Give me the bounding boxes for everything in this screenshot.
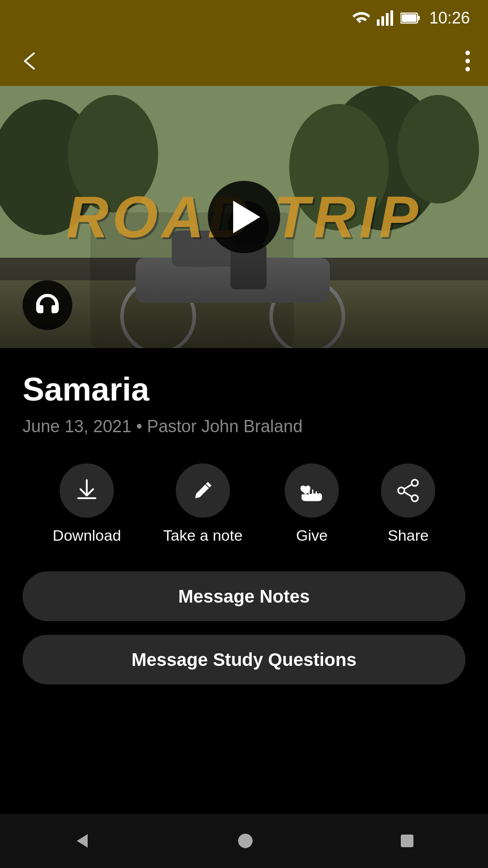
- svg-point-23: [412, 495, 418, 501]
- take-note-label: Take a note: [163, 527, 243, 544]
- give-icon: [298, 478, 325, 503]
- play-icon: [233, 201, 260, 233]
- svg-point-28: [238, 834, 253, 848]
- svg-line-26: [404, 492, 412, 497]
- download-action[interactable]: Download: [53, 463, 121, 544]
- svg-marker-27: [77, 834, 88, 848]
- give-action[interactable]: Give: [285, 463, 339, 544]
- svg-rect-1: [381, 16, 384, 26]
- note-icon: [191, 478, 215, 503]
- action-buttons-row: Download Take a note: [23, 463, 465, 544]
- download-label: Download: [53, 527, 121, 544]
- status-time: 10:26: [429, 9, 470, 28]
- message-study-questions-button[interactable]: Message Study Questions: [23, 635, 465, 684]
- status-icons: [350, 10, 420, 26]
- give-circle: [285, 463, 339, 518]
- nav-recents-button[interactable]: [399, 833, 415, 849]
- download-circle: [60, 463, 114, 518]
- more-options-button[interactable]: [465, 51, 470, 71]
- headphone-icon: [34, 292, 61, 319]
- signal-icon: [377, 10, 393, 26]
- status-bar: 10:26: [0, 0, 488, 36]
- audio-button[interactable]: [23, 280, 72, 330]
- bottom-nav: [0, 814, 488, 868]
- top-bar: [0, 36, 488, 86]
- take-note-circle: [176, 463, 230, 518]
- share-label: Share: [388, 527, 429, 544]
- wifi-icon: [350, 10, 370, 26]
- back-button[interactable]: [18, 50, 41, 72]
- svg-rect-29: [401, 835, 413, 847]
- nav-home-button[interactable]: [237, 833, 253, 849]
- message-notes-label: Message Notes: [178, 586, 310, 607]
- svg-rect-2: [386, 13, 389, 26]
- download-icon: [75, 478, 99, 503]
- give-label: Give: [296, 527, 328, 544]
- sermon-title: Samaria: [23, 371, 465, 408]
- sermon-meta: June 13, 2021 • Pastor John Braland: [23, 417, 465, 436]
- share-circle: [381, 463, 435, 518]
- nav-back-button[interactable]: [73, 832, 91, 850]
- message-study-questions-label: Message Study Questions: [131, 650, 357, 670]
- svg-rect-5: [418, 16, 420, 20]
- play-button[interactable]: [208, 181, 280, 253]
- share-icon: [396, 478, 420, 503]
- svg-rect-0: [377, 19, 380, 26]
- video-thumbnail: ROAD TRIP: [0, 86, 488, 348]
- message-notes-button[interactable]: Message Notes: [23, 571, 465, 621]
- svg-point-24: [398, 487, 404, 494]
- svg-rect-6: [401, 14, 416, 22]
- share-action[interactable]: Share: [381, 463, 435, 544]
- svg-rect-3: [390, 10, 393, 26]
- take-note-action[interactable]: Take a note: [163, 463, 243, 544]
- svg-point-22: [412, 480, 418, 486]
- content-area: Samaria June 13, 2021 • Pastor John Bral…: [0, 348, 488, 716]
- svg-line-25: [404, 484, 412, 489]
- battery-icon: [400, 12, 420, 24]
